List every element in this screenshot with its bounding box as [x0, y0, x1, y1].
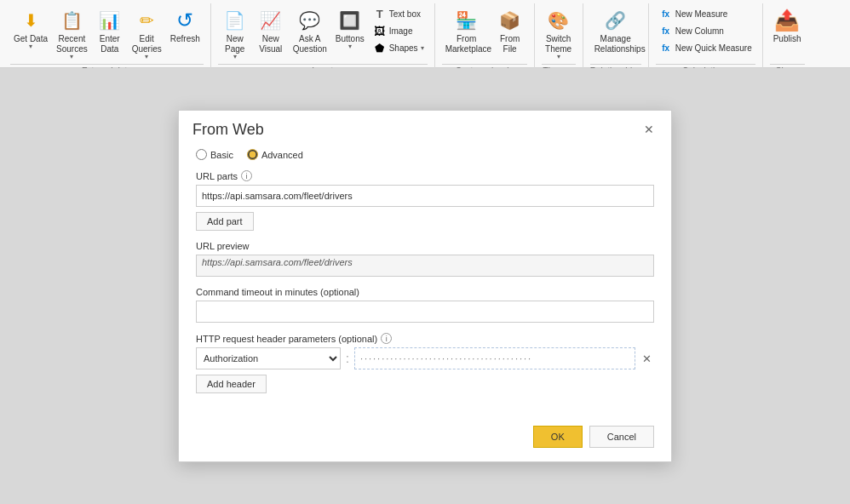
text-box-icon: T: [373, 7, 387, 20]
header-remove-button[interactable]: ✕: [639, 351, 654, 366]
close-button[interactable]: ✕: [640, 121, 658, 138]
ok-button[interactable]: OK: [533, 426, 583, 448]
buttons-dropdown-icon: ▾: [348, 43, 352, 50]
url-preview-label: URL preview: [196, 241, 654, 251]
switch-theme-button[interactable]: 🎨 SwitchTheme ▾: [542, 5, 576, 62]
from-file-button[interactable]: 📦 FromFile: [493, 5, 527, 56]
radio-advanced-label: Advanced: [261, 150, 303, 160]
url-parts-info-icon[interactable]: i: [241, 170, 252, 181]
switch-theme-icon: 🎨: [545, 7, 572, 34]
edit-queries-button[interactable]: ✏ EditQueries ▾: [129, 5, 165, 62]
text-box-label: Text box: [389, 9, 421, 19]
text-box-button[interactable]: T Text box: [370, 5, 428, 22]
shapes-button[interactable]: ⬟ Shapes ▾: [370, 39, 428, 56]
get-data-icon: ⬇: [17, 7, 44, 34]
url-parts-input[interactable]: [196, 185, 654, 207]
radio-advanced-option[interactable]: Advanced: [247, 149, 303, 160]
command-timeout-input[interactable]: [196, 301, 654, 323]
ribbon-items-calculations: fx New Measure fx New Column fx New Quic…: [656, 3, 755, 64]
new-visual-button[interactable]: 📈 NewVisual: [254, 5, 288, 56]
ask-question-button[interactable]: 💬 Ask AQuestion: [290, 5, 330, 56]
header-type-select[interactable]: Authorization Content-Type Accept Custom: [196, 347, 341, 369]
ribbon-groups: ⬇ Get Data ▾ 📋 RecentSources ▾ 📊 EnterDa…: [0, 0, 850, 78]
header-separator: :: [344, 352, 351, 365]
url-parts-group: URL parts i Add part: [196, 170, 654, 231]
url-preview-value: https://api.samsara.com/fleet/drivers: [196, 255, 654, 277]
cancel-button[interactable]: Cancel: [589, 426, 654, 448]
url-parts-label: URL parts i: [196, 170, 654, 181]
header-row: Authorization Content-Type Accept Custom…: [196, 347, 654, 369]
radio-basic-option[interactable]: Basic: [196, 149, 233, 160]
ask-question-label: Ask AQuestion: [293, 34, 327, 54]
manage-relationships-label: ManageRelationships: [594, 34, 637, 54]
new-visual-label: NewVisual: [259, 34, 282, 54]
from-marketplace-label: FromMarketplace: [445, 34, 488, 54]
refresh-icon: ↺: [171, 7, 198, 34]
publish-button[interactable]: 📤 Publish: [770, 5, 805, 46]
switch-theme-dropdown-icon: ▾: [557, 53, 560, 60]
new-quick-measure-button[interactable]: fx New Quick Measure: [656, 39, 755, 56]
new-page-label: NewPage: [225, 34, 244, 54]
dialog-title: From Web: [192, 121, 264, 139]
add-part-button[interactable]: Add part: [196, 212, 254, 231]
ribbon-group-insert: 📄 NewPage ▾ 📈 NewVisual 💬 Ask AQuestion …: [211, 3, 435, 78]
manage-relationships-icon: 🔗: [602, 7, 629, 34]
from-marketplace-icon: 🏪: [453, 7, 480, 34]
ribbon-items-insert: 📄 NewPage ▾ 📈 NewVisual 💬 Ask AQuestion …: [218, 3, 428, 64]
ribbon-items-external: ⬇ Get Data ▾ 📋 RecentSources ▾ 📊 EnterDa…: [10, 3, 204, 64]
buttons-icon: 🔲: [336, 7, 364, 34]
calculations-col: fx New Measure fx New Column fx New Quic…: [656, 5, 755, 56]
dialog-titlebar: From Web ✕: [179, 111, 671, 146]
new-page-icon: 📄: [221, 7, 249, 34]
ribbon-items-share: 📤 Publish: [770, 3, 805, 64]
shapes-icon: ⬟: [373, 41, 387, 54]
image-label: Image: [389, 26, 413, 36]
enter-data-label: EnterData: [100, 34, 120, 54]
enter-data-button[interactable]: 📊 EnterData: [93, 5, 127, 56]
new-visual-icon: 📈: [257, 7, 284, 34]
new-page-button[interactable]: 📄 NewPage ▾: [218, 5, 252, 62]
image-button[interactable]: 🖼 Image: [370, 22, 428, 39]
radio-row: Basic Advanced: [196, 149, 654, 160]
add-header-button[interactable]: Add header: [196, 375, 267, 393]
new-measure-label: New Measure: [675, 9, 728, 19]
from-marketplace-button[interactable]: 🏪 FromMarketplace: [442, 5, 491, 56]
edit-queries-label: EditQueries: [132, 34, 162, 54]
shapes-dropdown-icon: ▾: [421, 44, 424, 52]
get-data-button[interactable]: ⬇ Get Data ▾: [10, 5, 51, 52]
switch-theme-label: SwitchTheme: [545, 34, 571, 54]
manage-relationships-button[interactable]: 🔗 ManageRelationships: [591, 5, 640, 56]
shapes-label: Shapes: [389, 43, 418, 53]
radio-basic-input[interactable]: [196, 149, 207, 160]
command-timeout-group: Command timeout in minutes (optional): [196, 287, 654, 323]
http-header-group: HTTP request header parameters (optional…: [196, 333, 654, 393]
ask-question-icon: 💬: [296, 7, 324, 34]
http-header-label-text: HTTP request header parameters (optional…: [196, 334, 377, 344]
ribbon-items-themes: 🎨 SwitchTheme ▾: [542, 3, 576, 64]
radio-basic-label: Basic: [210, 150, 233, 160]
http-header-info-icon[interactable]: i: [381, 333, 392, 344]
ribbon: ⬇ Get Data ▾ 📋 RecentSources ▾ 📊 EnterDa…: [0, 0, 850, 68]
ribbon-group-custom-visuals: 🏪 FromMarketplace 📦 FromFile Custom visu…: [435, 3, 535, 78]
from-file-icon: 📦: [497, 7, 524, 34]
refresh-button[interactable]: ↺ Refresh: [167, 5, 204, 46]
new-column-button[interactable]: fx New Column: [656, 22, 755, 39]
radio-advanced-input[interactable]: [247, 149, 258, 160]
new-measure-button[interactable]: fx New Measure: [656, 5, 755, 22]
ribbon-group-share: 📤 Publish Share: [763, 3, 812, 78]
main-area: From Web ✕ Basic Advanced: [0, 68, 850, 504]
new-quick-measure-icon: fx: [659, 41, 673, 54]
recent-sources-button[interactable]: 📋 RecentSources ▾: [53, 5, 91, 62]
ribbon-group-themes: 🎨 SwitchTheme ▾ Themes: [535, 3, 583, 78]
command-timeout-label: Command timeout in minutes (optional): [196, 287, 654, 297]
ribbon-items-custom: 🏪 FromMarketplace 📦 FromFile: [442, 3, 527, 64]
http-header-label: HTTP request header parameters (optional…: [196, 333, 654, 344]
url-parts-label-text: URL parts: [196, 171, 238, 181]
publish-label: Publish: [773, 34, 801, 44]
buttons-button[interactable]: 🔲 Buttons ▾: [332, 5, 368, 52]
header-value-input[interactable]: [354, 347, 635, 369]
new-column-icon: fx: [659, 24, 673, 37]
ribbon-group-relationships: 🔗 ManageRelationships Relationships: [583, 3, 649, 78]
get-data-dropdown-icon: ▾: [29, 43, 32, 50]
text-image-shapes-group: T Text box 🖼 Image ⬟ Shapes ▾: [370, 5, 428, 56]
